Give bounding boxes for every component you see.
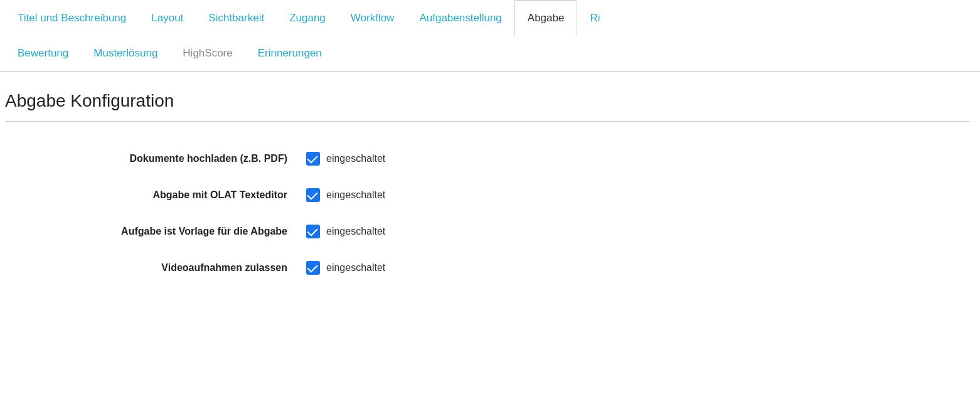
config-row-vorlage: Aufgabe ist Vorlage für die Abgabe einge… (5, 213, 970, 250)
tab-zugang[interactable]: Zugang (277, 0, 338, 36)
page-content: Abgabe Konfiguration Dokumente hochladen… (0, 72, 980, 286)
config-row-video: Videoaufnahmen zulassen eingeschaltet (5, 250, 970, 286)
tab-bewertung[interactable]: Bewertung (5, 36, 81, 71)
config-row-dokumente: Dokumente hochladen (z.B. PDF) eingescha… (5, 141, 970, 177)
config-label-video: Videoaufnahmen zulassen (5, 262, 306, 274)
checkbox-dokumente[interactable] (306, 152, 320, 166)
tab-titel[interactable]: Titel und Beschreibung (5, 0, 139, 36)
config-value-texteditor: eingeschaltet (306, 188, 385, 202)
config-label-texteditor: Abgabe mit OLAT Texteditor (5, 189, 306, 201)
nav-row-2: Bewertung Musterlösung HighScore Erinner… (0, 36, 980, 72)
nav-row-1: Titel und Beschreibung Layout Sichtbarke… (0, 0, 980, 36)
config-value-video: eingeschaltet (306, 261, 385, 275)
tab-erinnerungen[interactable]: Erinnerungen (245, 36, 334, 71)
tab-ri[interactable]: Ri (577, 0, 612, 36)
status-label-dokumente: eingeschaltet (326, 153, 385, 164)
status-label-vorlage: eingeschaltet (326, 226, 385, 237)
status-label-texteditor: eingeschaltet (326, 189, 385, 201)
checkbox-video[interactable] (306, 261, 320, 275)
tab-workflow[interactable]: Workflow (338, 0, 407, 36)
tab-sichtbarkeit[interactable]: Sichtbarkeit (196, 0, 277, 36)
config-value-dokumente: eingeschaltet (306, 152, 385, 166)
config-label-dokumente: Dokumente hochladen (z.B. PDF) (5, 153, 306, 164)
page-title: Abgabe Konfiguration (5, 91, 970, 111)
config-list: Dokumente hochladen (z.B. PDF) eingescha… (5, 141, 970, 286)
config-row-texteditor: Abgabe mit OLAT Texteditor eingeschaltet (5, 177, 970, 213)
tab-highscore[interactable]: HighScore (170, 36, 245, 71)
tab-abgabe[interactable]: Abgabe (514, 0, 578, 37)
checkbox-texteditor[interactable] (306, 188, 320, 202)
checkbox-vorlage[interactable] (306, 225, 320, 238)
config-label-vorlage: Aufgabe ist Vorlage für die Abgabe (5, 226, 306, 237)
tab-musterlosung[interactable]: Musterlösung (81, 36, 170, 71)
tab-aufgabenstellung[interactable]: Aufgabenstellung (407, 0, 514, 36)
config-value-vorlage: eingeschaltet (306, 225, 385, 238)
section-divider (5, 121, 970, 122)
status-label-video: eingeschaltet (326, 262, 385, 274)
tab-layout[interactable]: Layout (139, 0, 196, 36)
